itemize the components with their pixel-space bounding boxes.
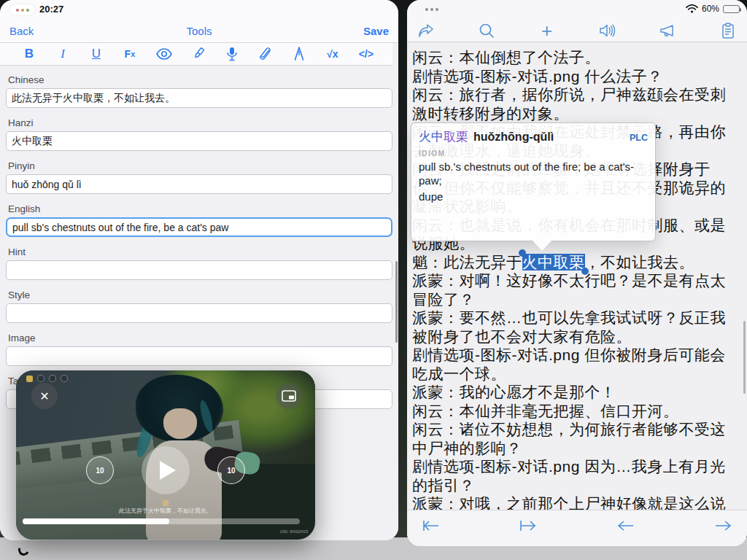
text-line: 派蒙：要不然…也可以先拿我试试呀？反正我: [412, 308, 743, 327]
fx-x: x: [131, 50, 135, 58]
add-icon[interactable]: +: [538, 22, 556, 39]
uid-watermark: UID: 8X02X03: [280, 529, 308, 534]
field-label: Style: [8, 289, 392, 300]
headword-part1: 火中: [419, 128, 444, 145]
text-line: 吃成一个球。: [412, 365, 743, 384]
pill-dot: [430, 8, 433, 11]
clock: 20:27: [39, 4, 63, 15]
field-pinyin: Pinyin: [6, 160, 392, 194]
field-label: Hint: [8, 246, 392, 257]
headword-pinyin: huǒzhōng-qǔlì: [473, 131, 554, 144]
back-arrow-icon[interactable]: [615, 516, 637, 535]
field-style: Style: [6, 289, 392, 323]
sqrt-icon[interactable]: √x: [325, 46, 340, 62]
share-icon[interactable]: [417, 22, 435, 39]
progress-fill: [23, 518, 169, 524]
selection-handle-end[interactable]: [581, 268, 589, 275]
pinyin-input[interactable]: [6, 174, 392, 194]
field-chinese: Chinese: [6, 74, 392, 108]
code-icon[interactable]: </>: [359, 46, 374, 62]
pip-video-player[interactable]: ✕ 10 10 魈 此法无异于火中取栗，不如让我去。 UID: 8X02X03: [16, 370, 315, 540]
reader-text[interactable]: 闲云：本仙倒想了个法子。剧情选项-图标-对话.png 什么法子？闲云：旅行者，据…: [407, 45, 747, 510]
quest-icon: [26, 376, 33, 382]
underline-icon[interactable]: U: [89, 46, 104, 62]
pill-dot-green: [26, 9, 29, 12]
clipboard-icon[interactable]: [719, 22, 737, 39]
field-image: Image: [6, 332, 392, 366]
forward-arrow-icon[interactable]: [712, 516, 734, 535]
game-hud-icons: [26, 375, 68, 382]
text-line: 闲云：本仙并非毫无把握、信口开河。: [412, 402, 743, 421]
text-line: 中尸神的影响？: [412, 439, 743, 458]
multitask-pill[interactable]: [10, 4, 35, 15]
field-label: Pinyin: [8, 160, 392, 171]
scrollbar[interactable]: [743, 321, 746, 394]
field-label: Hanzi: [8, 117, 392, 128]
attachment-icon[interactable]: [258, 46, 273, 62]
search-icon[interactable]: [478, 22, 495, 39]
dictionary-header: 火中取栗 huǒzhōng-qǔlì PLC: [419, 128, 648, 145]
speaker-icon[interactable]: [598, 22, 616, 39]
text-line: 剧情选项-图标-对话.png 但你被附身后可能会: [412, 346, 743, 365]
text-line: 闲云：诸位不妨想想，为何旅行者能够不受这: [412, 420, 743, 439]
pill-dot-red: [16, 9, 19, 12]
text-line: 闲云：旅行者，据你所说，尸神兹颋会在受刺: [412, 85, 743, 104]
field-hint: Hint: [6, 246, 392, 280]
hud-sound-icon: [61, 375, 68, 382]
text-line: 派蒙：对哦，之前那个上尸神好像就是这么说: [412, 494, 743, 510]
pill-dot: [425, 8, 428, 11]
skip-to-start-icon[interactable]: [420, 516, 442, 535]
fx-f: F: [125, 48, 131, 60]
reader-window: 60% + 闲云：本仙倒想了个法子。剧情选项-图标-对话.png 什么法子？闲云…: [407, 0, 747, 546]
english-input[interactable]: [6, 217, 392, 237]
reader-nav-bar: [407, 510, 747, 546]
rewind-10-button[interactable]: 10: [86, 456, 114, 484]
field-label: English: [8, 203, 392, 214]
function-icon[interactable]: Fx: [123, 46, 137, 62]
text-line: 的指引？: [412, 476, 743, 495]
text-line: 派蒙：我的心愿才不是那个！: [412, 383, 743, 402]
microphone-icon[interactable]: [225, 46, 239, 62]
pill-dot-orange: [21, 9, 24, 12]
eye-icon[interactable]: [156, 46, 172, 62]
chinese-input[interactable]: [6, 88, 392, 108]
field-label: Image: [8, 332, 392, 343]
hud-compass-icon: [49, 375, 56, 382]
wifi-icon: [686, 4, 698, 13]
status-bar-right: 60%: [407, 0, 747, 19]
scrollbar[interactable]: [395, 261, 398, 343]
field-label: Chinese: [8, 74, 392, 85]
selected-word[interactable]: 火中取栗: [522, 254, 585, 271]
italic-icon[interactable]: I: [55, 46, 70, 62]
text-line: 剧情选项-图标-对话.png 因为…我身上有月光: [412, 457, 743, 476]
bold-icon[interactable]: B: [22, 46, 36, 62]
style-input[interactable]: [6, 303, 392, 323]
hanzi-input[interactable]: [6, 131, 392, 151]
close-icon[interactable]: ✕: [31, 383, 58, 409]
dictionary-popup: 火中取栗 huǒzhōng-qǔlì PLC IDIOM pull sb.'s …: [411, 122, 656, 241]
skip-from-start-icon[interactable]: [517, 516, 539, 535]
forward-10-button[interactable]: 10: [217, 456, 245, 484]
image-input[interactable]: [6, 346, 392, 366]
forward-label: 10: [227, 467, 235, 475]
selection-handle-start[interactable]: [519, 249, 526, 257]
dictionary-badge[interactable]: PLC: [630, 133, 648, 143]
tools-button[interactable]: Tools: [0, 25, 398, 37]
text-line: 闲云：本仙倒想了个法子。: [412, 48, 743, 67]
progress-bar[interactable]: [23, 518, 300, 524]
selection-line: 魈：此法无异于火中取栗，不如让我去。: [412, 253, 743, 272]
play-button[interactable]: [142, 446, 190, 494]
multitask-pill[interactable]: [422, 5, 442, 14]
pip-restore-icon[interactable]: [276, 383, 302, 409]
text-lines-after: 派蒙：对啊！这好像不太行吧？是不是有点太冒险了？派蒙：要不然…也可以先拿我试试呀…: [412, 271, 743, 510]
megaphone-icon[interactable]: [659, 22, 676, 39]
pen-nib-icon[interactable]: [292, 46, 306, 62]
hint-input[interactable]: [6, 260, 392, 280]
selection-pre: 魈：此法无异于: [412, 254, 522, 271]
text-line: 派蒙：对啊！这好像不太行吧？是不是有点太: [412, 271, 743, 290]
text-line: 剧情选项-图标-对话.png 什么法子？: [412, 67, 743, 86]
save-button[interactable]: Save: [363, 25, 389, 37]
text-line: 冒险了？: [412, 290, 743, 309]
subtitle-text: 此法无异于火中取栗，不如让我去。: [16, 507, 315, 515]
highlight-brush-icon[interactable]: [191, 46, 206, 62]
